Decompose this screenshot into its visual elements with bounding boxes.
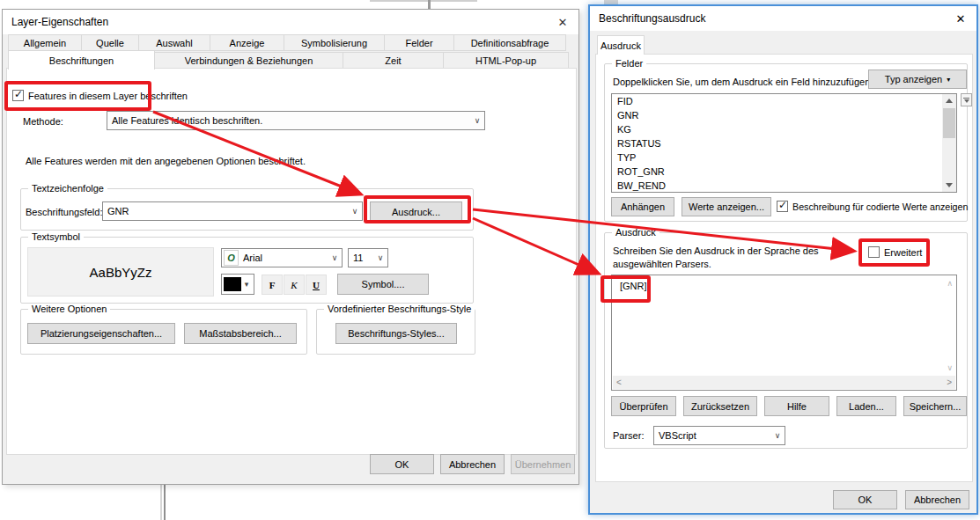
tab[interactable]: Symbolisierung (284, 34, 385, 51)
textzeichenfolge-legend: Textzeichenfolge (28, 183, 107, 194)
title-bar[interactable]: Layer-Eigenschaften ✕ (3, 10, 578, 34)
tab[interactable]: HTML-Pop-up (443, 52, 569, 70)
tab[interactable]: Anzeige (210, 34, 284, 51)
features-checkbox-label: Features in diesem Layer beschriften (28, 91, 188, 101)
ausdruck-button[interactable]: Ausdruck... (370, 201, 462, 222)
beschriftungsfeld-label: Beschriftungsfeld: (26, 207, 102, 217)
speichern-button[interactable]: Speichern... (903, 396, 967, 416)
opentype-font-icon: O (224, 250, 239, 266)
font-size-value: 11 (349, 253, 373, 263)
symbol-button[interactable]: Symbol.... (337, 274, 429, 295)
beschriftungsfeld-dropdown[interactable]: GNR ∨ (102, 201, 363, 221)
font-color-picker[interactable]: ▾ (221, 274, 254, 295)
dropdown-arrow-icon: ▾ (947, 76, 950, 84)
list-size-grip[interactable] (961, 93, 972, 106)
expression-textarea[interactable]: [GNR] ∧ ∨ < > (611, 275, 957, 391)
tab-row: Ausdruck (597, 35, 644, 55)
textsymbol-legend: Textsymbol (28, 231, 84, 242)
italic-button[interactable]: K (284, 275, 305, 295)
tab[interactable]: Beschriftungen (8, 50, 155, 70)
massstabsbereich-button[interactable]: Maßstabsbereich... (184, 323, 297, 344)
scrollbar-thumb[interactable] (943, 108, 955, 138)
dropdown-arrow-icon: ▾ (241, 280, 252, 289)
weitere-optionen-legend: Weitere Optionen (28, 304, 110, 314)
parser-value: VBScript (654, 430, 770, 441)
tab[interactable]: Allgemein (8, 34, 82, 51)
field-list-item[interactable]: BW_REND (612, 179, 956, 193)
platzierungseigenschaften-button[interactable]: Platzierungseigenschaften... (27, 323, 175, 344)
chevron-down-icon: ∨ (470, 116, 484, 125)
beschriftungsfeld-value: GNR (103, 206, 348, 216)
field-list-item[interactable]: GNR (612, 108, 956, 122)
felder-legend: Felder (612, 58, 646, 69)
field-list-item[interactable]: RSTATUS (612, 136, 956, 150)
scroll-up-icon[interactable] (942, 94, 956, 107)
laden-button[interactable]: Laden... (836, 396, 896, 416)
chevron-down-icon: ∨ (348, 207, 362, 216)
hilfe-button[interactable]: Hilfe (764, 396, 829, 416)
dialog-title: Layer-Eigenschaften (11, 16, 108, 28)
close-icon[interactable]: ✕ (550, 14, 575, 32)
background-edge-line (370, 0, 477, 2)
tab[interactable]: Verbindungen & Beziehungen (154, 52, 343, 70)
field-list-item[interactable]: ROT_GNR (612, 165, 956, 179)
methode-dropdown[interactable]: Alle Features identisch beschriften. ∨ (107, 111, 485, 130)
parser-hint-line1: Schreiben Sie den Ausdruck in der Sprach… (613, 245, 819, 256)
grip-line (963, 98, 969, 99)
scroll-down-icon[interactable] (942, 179, 956, 192)
field-list[interactable]: FIDGNRKGRSTATUSTYPROT_GNRBW_REND (611, 93, 957, 193)
scroll-left-icon[interactable]: < (616, 377, 622, 387)
apply-button: Übernehmen (511, 454, 575, 474)
checkbox-icon[interactable] (12, 90, 24, 101)
tab[interactable]: Zeit (343, 52, 444, 70)
codierte-werte-label: Beschreibung für codierte Werte anzeigen (792, 201, 968, 212)
zuruecksetzen-button[interactable]: Zurücksetzen (683, 396, 757, 416)
font-dropdown[interactable]: O Arial ∨ (221, 248, 343, 267)
tab[interactable]: Felder (384, 34, 454, 51)
tab-ausdruck[interactable]: Ausdruck (597, 35, 645, 55)
label-expression-dialog: Beschriftungsausdruck ✕ Ausdruck Felder … (588, 4, 978, 515)
cancel-button[interactable]: Abbrechen (440, 454, 505, 474)
horizontal-scrollbar[interactable]: < > (613, 376, 955, 389)
options-info-text: Alle Features werden mit den angegebenen… (26, 156, 306, 166)
chevron-down-icon: ∨ (770, 431, 785, 440)
checkbox-icon[interactable] (868, 246, 880, 258)
title-bar[interactable]: Beschriftungsausdruck ✕ (590, 6, 976, 31)
felder-hint-text: Doppelklicken Sie, um dem Ausdruck ein F… (613, 77, 870, 87)
underline-button[interactable]: U (306, 275, 327, 295)
checkbox-icon[interactable] (777, 201, 788, 212)
field-list-item[interactable]: TYP (612, 150, 956, 165)
field-list-item[interactable]: FID (612, 94, 956, 108)
field-list-scrollbar[interactable] (942, 94, 956, 192)
screenshot-stage: Layer-Eigenschaften ✕ AllgemeinQuelleAus… (0, 0, 980, 520)
background-vertical-tick (428, 0, 431, 9)
tab[interactable]: Auswahl (138, 34, 210, 51)
features-in-layer-checkbox[interactable]: Features in diesem Layer beschriften (12, 90, 188, 101)
werte-anzeigen-button[interactable]: Werte anzeigen... (682, 197, 771, 216)
erweitert-checkbox[interactable]: Erweitert (868, 246, 922, 258)
bold-button[interactable]: F (262, 275, 283, 295)
font-size-dropdown[interactable]: 11 ∨ (348, 248, 388, 267)
ausdruck-legend: Ausdruck (612, 227, 659, 238)
tab-row-2: BeschriftungenVerbindungen & Beziehungen… (8, 50, 568, 70)
typ-anzeigen-button[interactable]: Typ anzeigen ▾ (868, 70, 967, 89)
methode-label: Methode: (23, 116, 63, 127)
ok-button[interactable]: OK (370, 454, 434, 474)
dialog-title: Beschriftungsausdruck (599, 12, 705, 25)
tab[interactable]: Quelle (81, 34, 139, 51)
cancel-button[interactable]: Abbrechen (905, 490, 969, 509)
codierte-werte-checkbox[interactable]: Beschreibung für codierte Werte anzeigen (777, 201, 968, 212)
ueberpruefen-button[interactable]: Überprüfen (611, 396, 676, 416)
anhaengen-button[interactable]: Anhängen (611, 197, 674, 216)
background-panel-edge-dark (164, 485, 166, 520)
parser-hint-line2: ausgewählten Parsers. (613, 259, 711, 269)
font-name: Arial (239, 253, 328, 263)
chevron-down-icon: ∨ (373, 253, 387, 262)
tab[interactable]: Definitionsabfrage (453, 34, 566, 51)
ok-button[interactable]: OK (833, 490, 897, 509)
parser-dropdown[interactable]: VBScript ∨ (653, 426, 785, 445)
scroll-right-icon[interactable]: > (947, 377, 952, 387)
field-list-item[interactable]: KG (612, 122, 956, 136)
beschriftungs-styles-button[interactable]: Beschriftungs-Styles... (335, 323, 457, 344)
close-icon[interactable]: ✕ (948, 11, 973, 28)
